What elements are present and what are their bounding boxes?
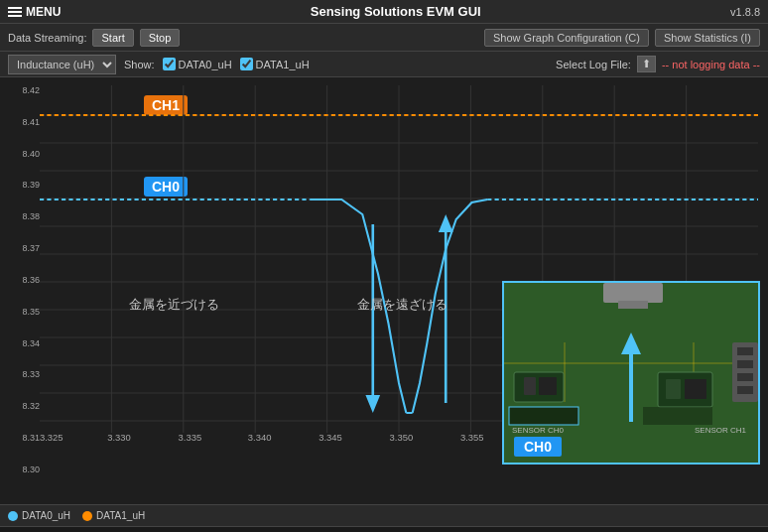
legend-data0: DATA0_uH <box>8 510 70 521</box>
svg-rect-44 <box>539 377 557 395</box>
svg-rect-49 <box>737 386 753 394</box>
legend-data1: DATA1_uH <box>82 510 145 521</box>
svg-rect-53 <box>509 407 578 425</box>
statusbar: Connected Data streaming stopped TEXAS I… <box>0 526 768 532</box>
data1-legend-label: DATA1_uH <box>96 510 145 521</box>
svg-rect-47 <box>737 360 753 368</box>
measurement-dropdown[interactable]: Inductance (uH) <box>8 55 116 74</box>
svg-rect-48 <box>737 373 753 381</box>
stop-button[interactable]: Stop <box>140 29 181 47</box>
not-logging-label: -- not logging data -- <box>662 59 760 70</box>
y-axis: 8.42 8.41 8.40 8.39 8.38 8.37 8.36 8.35 … <box>4 85 40 474</box>
svg-text:3.330: 3.330 <box>107 433 131 443</box>
svg-rect-46 <box>737 347 753 355</box>
data1-checkbox[interactable] <box>240 58 253 70</box>
show-label: Show: <box>124 59 155 70</box>
svg-text:3.340: 3.340 <box>248 433 272 443</box>
data0-checkbox-item[interactable]: DATA0_uH <box>163 58 232 70</box>
svg-rect-38 <box>618 301 648 309</box>
annotation-approach: 金属を近づける <box>129 296 219 314</box>
titlebar: MENU Sensing Solutions EVM GUI v1.8.8 <box>0 0 768 24</box>
svg-rect-43 <box>524 377 536 395</box>
svg-rect-52 <box>685 379 706 399</box>
version-label: v1.8.8 <box>730 6 760 18</box>
data1-checkbox-item[interactable]: DATA1_uH <box>240 58 310 70</box>
svg-text:3.345: 3.345 <box>319 433 342 443</box>
legend-bar: DATA0_uH DATA1_uH <box>0 504 768 526</box>
sensor-ch0-text: SENSOR CH0 <box>512 426 564 435</box>
sensor-ch1-text: SENSOR CH1 <box>695 426 746 435</box>
data1-legend-dot <box>82 511 92 521</box>
graph-config-button[interactable]: Show Graph Configuration (C) <box>484 29 649 47</box>
photo-inset: SENSOR CH0 SENSOR CH1 CH0 <box>502 281 760 465</box>
controls-bar: Inductance (uH) Show: DATA0_uH DATA1_uH … <box>0 52 768 77</box>
data0-legend-dot <box>8 511 18 521</box>
svg-marker-33 <box>365 395 380 413</box>
statistics-button[interactable]: Show Statistics (I) <box>655 29 760 47</box>
pcb-board: SENSOR CH0 SENSOR CH1 CH0 <box>504 283 758 463</box>
svg-rect-54 <box>643 407 712 425</box>
annotation-recede: 金属を遠ざける <box>357 296 448 314</box>
svg-rect-37 <box>603 283 663 303</box>
svg-rect-51 <box>666 379 681 399</box>
data1-label: DATA1_uH <box>256 59 310 70</box>
streaming-label: Data Streaming: <box>8 32 86 44</box>
svg-text:3.355: 3.355 <box>460 433 484 443</box>
data0-checkbox[interactable] <box>163 58 176 70</box>
menu-label: MENU <box>26 5 61 19</box>
svg-text:3.335: 3.335 <box>179 433 202 443</box>
svg-text:3.325: 3.325 <box>40 433 64 443</box>
main-content: 8.42 8.41 8.40 8.39 8.38 8.37 8.36 8.35 … <box>0 77 768 504</box>
data0-legend-label: DATA0_uH <box>22 510 70 521</box>
svg-marker-35 <box>439 214 453 232</box>
start-button[interactable]: Start <box>92 29 133 47</box>
toolbar: Data Streaming: Start Stop Show Graph Co… <box>0 24 768 52</box>
data0-label: DATA0_uH <box>179 59 232 70</box>
app-title: Sensing Solutions EVM GUI <box>311 4 481 19</box>
photo-ch0-badge: CH0 <box>514 437 562 457</box>
log-file-button[interactable]: ⬆ <box>637 56 656 72</box>
log-file-label: Select Log File: <box>556 59 631 70</box>
hamburger-icon <box>8 7 22 17</box>
svg-text:3.350: 3.350 <box>390 433 414 443</box>
board-svg <box>504 283 758 463</box>
menu-button[interactable]: MENU <box>8 5 61 19</box>
